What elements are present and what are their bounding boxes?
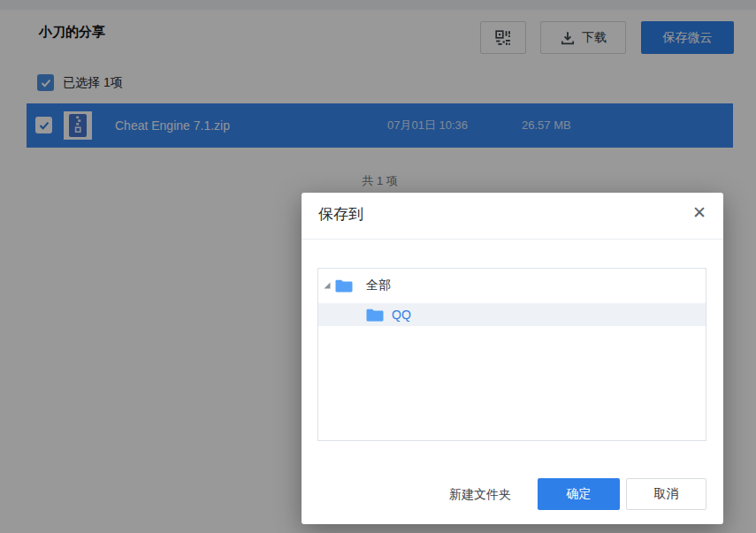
tree-item-qq[interactable]: QQ	[318, 303, 706, 326]
folder-icon	[366, 308, 384, 322]
dialog-title: 保存到	[318, 204, 363, 225]
folder-tree-panel: 全部 QQ	[317, 268, 706, 441]
dialog-header-divider	[302, 239, 723, 240]
tree-item-label: QQ	[392, 308, 411, 322]
ok-button[interactable]: 确定	[538, 478, 620, 510]
new-folder-link[interactable]: 新建文件夹	[449, 478, 511, 510]
save-to-dialog: 保存到 ✕ 全部 QQ 新建文件夹 确定 取消	[302, 193, 723, 524]
tree-item-label: 全部	[366, 278, 391, 293]
weiyun-share-page: 小刀的分享 下载 保存微云	[0, 0, 756, 533]
tree-item-all[interactable]: 全部	[318, 273, 706, 298]
close-icon[interactable]: ✕	[688, 202, 711, 225]
tree-expand-icon[interactable]	[324, 282, 331, 289]
folder-icon	[335, 279, 353, 293]
cancel-button[interactable]: 取消	[626, 478, 706, 510]
